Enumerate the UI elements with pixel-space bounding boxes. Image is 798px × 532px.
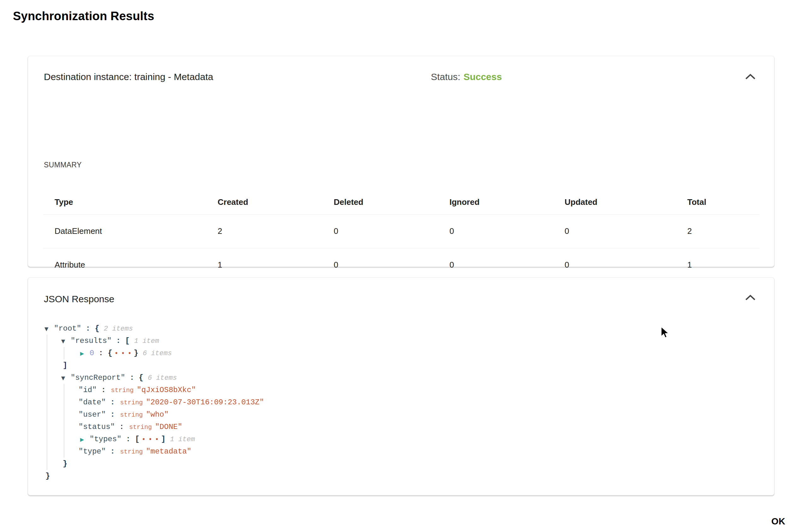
json-str: "qJxiOS8bXkc"	[137, 386, 196, 394]
collapse-triangle-icon[interactable]: ▼	[44, 323, 50, 335]
json-str: "metadata"	[146, 447, 192, 456]
table-cell: 0	[322, 214, 438, 248]
table-cell: DataElement	[43, 214, 206, 248]
json-tree-line: }	[28, 458, 768, 470]
json-key: "date"	[78, 398, 106, 406]
json-response-card: JSON Response ▼"root" : {2 items▼"result…	[28, 277, 774, 495]
table-row: Attribute10001	[43, 248, 760, 282]
json-colon: :	[125, 374, 139, 382]
json-brace: }	[63, 459, 67, 468]
summary-section-label: SUMMARY	[44, 161, 82, 169]
json-tree-line: ]	[28, 359, 768, 372]
json-meta: 1 item	[170, 436, 195, 443]
json-brace: [	[125, 337, 130, 345]
json-key: "type"	[78, 447, 106, 456]
table-cell: 0	[438, 248, 553, 282]
json-colon: :	[106, 410, 119, 419]
json-meta: 1 item	[134, 337, 159, 345]
table-cell: 1	[206, 248, 322, 282]
instance-summary-card: Destination instance: training - Metadat…	[28, 56, 774, 267]
table-cell: 2	[676, 214, 760, 248]
expand-triangle-icon[interactable]: ▶	[80, 347, 86, 360]
json-tree-line: "date" : string"2020-07-30T16:09:23.013Z…	[28, 396, 768, 408]
json-type: string	[120, 448, 143, 455]
json-colon: :	[106, 398, 119, 406]
table-cell: Attribute	[43, 248, 206, 282]
json-tree-line: "type" : string"metadata"	[28, 445, 768, 458]
json-tree-line: }	[28, 470, 768, 482]
instance-card-title: Destination instance: training - Metadat…	[44, 71, 213, 83]
json-brace: [	[135, 435, 140, 443]
json-type: string	[120, 399, 143, 406]
json-meta: 2 items	[104, 325, 133, 333]
json-card-title: JSON Response	[44, 293, 114, 305]
json-colon: :	[115, 423, 128, 431]
column-header: Total	[676, 190, 760, 214]
column-header: Ignored	[438, 190, 553, 214]
table-cell: 2	[206, 214, 322, 248]
table-row: DataElement20002	[43, 214, 760, 248]
json-index: 0	[90, 349, 94, 357]
json-tree-line: ▶0 : {•••}6 items	[28, 347, 768, 359]
json-brace: }	[46, 472, 50, 480]
json-colon: :	[112, 337, 125, 345]
json-str: "DONE"	[155, 423, 182, 431]
json-str: "2020-07-30T16:09:23.013Z"	[146, 398, 264, 406]
collapse-triangle-icon[interactable]: ▼	[61, 335, 67, 347]
json-tree: ▼"root" : {2 items▼"results" : [1 item▶0…	[28, 322, 768, 482]
json-colon: :	[94, 349, 108, 357]
ok-button[interactable]: OK	[766, 513, 791, 530]
json-tree-line: "status" : string"DONE"	[28, 421, 768, 433]
json-brace: }	[134, 349, 138, 357]
chevron-up-icon	[745, 74, 756, 80]
json-tree-line: ▼"syncReport" : {6 items	[28, 372, 768, 384]
json-dots[interactable]: •••	[112, 350, 134, 357]
json-meta: 6 items	[143, 349, 171, 357]
json-colon: :	[122, 435, 135, 443]
column-header: Deleted	[322, 190, 438, 214]
json-type: string	[129, 423, 152, 431]
json-tree-line: ▼"root" : {2 items	[28, 322, 768, 335]
json-brace: ]	[63, 361, 67, 370]
json-colon: :	[97, 386, 110, 394]
table-cell: 0	[322, 248, 438, 282]
json-tree-line: "user" : string"who"	[28, 408, 768, 421]
status-line: Status:Success	[431, 71, 502, 83]
json-brace: ]	[161, 435, 165, 443]
json-brace: {	[108, 349, 112, 357]
table-cell: 1	[676, 248, 760, 282]
column-header: Updated	[553, 190, 676, 214]
json-type: string	[111, 387, 134, 394]
table-cell: 0	[553, 214, 676, 248]
column-header: Created	[206, 190, 322, 214]
json-dots[interactable]: •••	[140, 436, 162, 443]
json-key: "status"	[78, 423, 115, 431]
column-header: Type	[43, 190, 206, 214]
expand-triangle-icon[interactable]: ▶	[80, 433, 86, 445]
collapse-triangle-icon[interactable]: ▼	[61, 372, 67, 384]
json-tree-line: ▶"types" : [•••]1 item	[28, 433, 768, 445]
json-tree-line: "id" : string"qJxiOS8bXkc"	[28, 384, 768, 396]
summary-table-head-row: TypeCreatedDeletedIgnoredUpdatedTotal	[43, 190, 760, 214]
json-key: "user"	[78, 410, 106, 419]
collapse-card-button[interactable]	[742, 69, 759, 85]
json-str: "who"	[146, 410, 169, 419]
chevron-up-icon	[745, 295, 756, 301]
json-key: "root"	[54, 324, 81, 333]
status-badge: Success	[463, 72, 502, 82]
page-title: Synchronization Results	[13, 10, 154, 23]
json-key: "types"	[90, 435, 122, 443]
collapse-json-card-button[interactable]	[742, 290, 759, 306]
json-colon: :	[81, 324, 95, 333]
json-key: "syncReport"	[71, 374, 125, 382]
table-cell: 0	[553, 248, 676, 282]
json-brace: {	[139, 374, 143, 382]
json-type: string	[120, 411, 143, 419]
json-tree-line: ▼"results" : [1 item	[28, 335, 768, 347]
json-colon: :	[106, 447, 119, 456]
status-label: Status:	[431, 72, 460, 82]
json-key: "id"	[78, 386, 97, 394]
json-key: "results"	[71, 337, 112, 345]
table-cell: 0	[438, 214, 553, 248]
json-brace: {	[95, 324, 99, 333]
